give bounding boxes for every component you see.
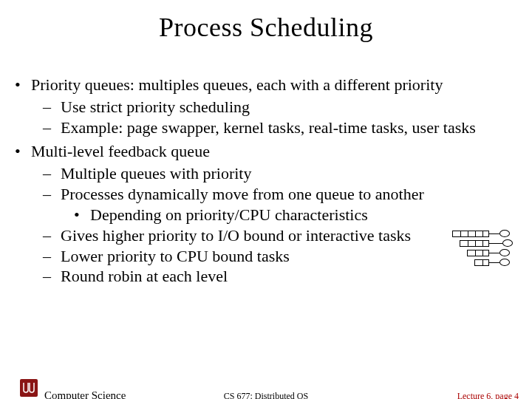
sub-list: Use strict priority scheduling Example: …: [31, 98, 526, 138]
footer-right: Lecture 6, page 4: [457, 391, 519, 399]
sub-text: Example: page swapper, kernel tasks, rea…: [61, 118, 476, 137]
queue-line: [489, 233, 499, 234]
sub-bullet: Use strict priority scheduling: [31, 98, 526, 117]
queue-server: [499, 249, 510, 256]
sub-sub-list: Depending on priority/CPU characteristic…: [61, 205, 526, 225]
sub-sub-text: Depending on priority/CPU characteristic…: [90, 205, 368, 224]
sub-text: Gives higher priority to I/O bound or in…: [61, 226, 411, 245]
queue-box: [452, 231, 489, 237]
queue-box: [467, 250, 489, 256]
queue-box: [474, 259, 489, 266]
queue-line: [489, 243, 502, 244]
queue-server: [499, 230, 510, 237]
queue-box: [460, 240, 489, 247]
queue-server: [502, 239, 513, 247]
sub-text: Round robin at each level: [61, 267, 228, 285]
bullet-text: Priority queues: multiples queues, each …: [31, 75, 443, 94]
sub-sub-bullet: Depending on priority/CPU characteristic…: [61, 205, 526, 225]
bullet-mlfq: Multi-level feedback queue Multiple queu…: [10, 142, 526, 287]
queue-line: [489, 262, 499, 263]
bullet-priority-queues: Priority queues: multiples queues, each …: [10, 75, 526, 137]
sub-text: Use strict priority scheduling: [61, 98, 250, 116]
footer-center: CS 677: Distributed OS: [0, 391, 532, 399]
sub-text: Multiple queues with priority: [61, 164, 251, 183]
sub-bullet: Multiple queues with priority: [31, 164, 526, 184]
queue-server: [499, 259, 510, 266]
slide: Process Scheduling Priority queues: mult…: [0, 12, 532, 399]
bullet-text: Multi-level feedback queue: [31, 142, 210, 160]
sub-bullet: Example: page swapper, kernel tasks, rea…: [31, 118, 526, 138]
sub-text: Processes dynamically move from one queu…: [61, 185, 424, 203]
slide-title: Process Scheduling: [0, 12, 532, 43]
bullet-list: Priority queues: multiples queues, each …: [10, 75, 526, 287]
queue-line: [489, 253, 499, 253]
sub-bullet: Processes dynamically move from one queu…: [31, 185, 526, 225]
footer: Computer Science CS 677: Distributed OS …: [0, 381, 532, 399]
queue-diagram: [452, 231, 519, 272]
sub-text: Lower priority to CPU bound tasks: [61, 247, 290, 265]
